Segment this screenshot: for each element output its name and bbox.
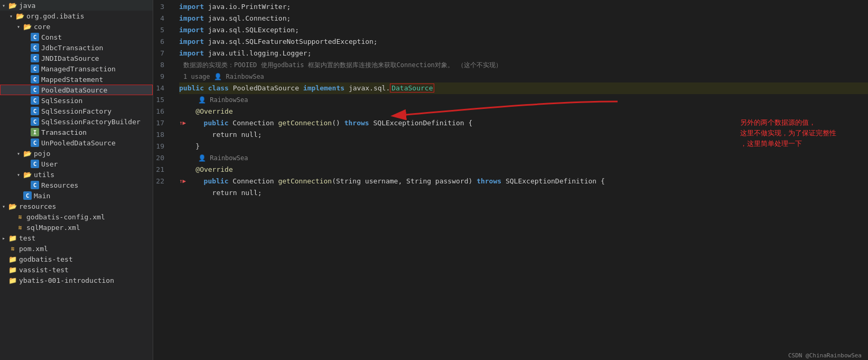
line-numbers: 3456789141516171819202122 (153, 0, 177, 360)
tree-node-icon: C (31, 54, 39, 62)
tree-node-icon: C (31, 160, 39, 168)
sidebar-item-SqlSessionFactoryBuilder[interactable]: CSqlSessionFactoryBuilder (0, 116, 153, 127)
sidebar-item-ManagedTransaction[interactable]: CManagedTransaction (0, 63, 153, 74)
sidebar-item-User[interactable]: CUser (0, 159, 153, 169)
sidebar-item-utils[interactable]: ▾📂utils (0, 169, 153, 180)
sidebar-item-MappedStatement[interactable]: CMappedStatement (0, 74, 153, 85)
tree-node-label: SqlSession (41, 97, 82, 105)
tree-node-label: User (41, 160, 58, 168)
code-line: return null; (179, 129, 868, 141)
sidebar-item-JdbcTransaction[interactable]: CJdbcTransaction (0, 42, 153, 53)
tree-node-icon: 📂 (23, 149, 32, 158)
tree-node-icon: C (31, 43, 39, 52)
code-editor: 3456789141516171819202122 import java.io… (153, 0, 868, 360)
tree-node-label: ybatis-001-introduction (19, 276, 114, 284)
tree-arrow-icon: ▾ (2, 3, 8, 8)
tree-node-icon: 📁 (8, 234, 17, 242)
tree-node-icon: 📁 (8, 276, 17, 284)
sidebar-item-ybatis-001-introduction[interactable]: 📁ybatis-001-introduction (0, 275, 153, 285)
usage-info-line: 1 usage👤RainbowSea (179, 71, 868, 82)
sidebar-item-core[interactable]: ▾📂core (0, 21, 153, 32)
bottom-status-bar: CSDN @ChinaRainbowSea (782, 351, 868, 360)
tree-node-label: org.god.ibatis (26, 12, 85, 20)
red-box-highlight: DataSource (390, 84, 434, 93)
line-number: 19 (153, 141, 171, 152)
tree-node-icon: 📂 (8, 1, 17, 10)
tree-node-label: MappedStatement (41, 76, 103, 84)
bottom-bar-text: CSDN @ChinaRainbowSea (788, 352, 862, 359)
tree-arrow-icon: ▾ (17, 151, 23, 156)
tree-node-icon: 📁 (8, 255, 17, 263)
line-number: 21 (153, 164, 171, 176)
tree-node-label: sqlMapper.xml (26, 224, 80, 232)
code-line: import java.sql.SQLFeatureNotSupportedEx… (179, 36, 868, 48)
tree-node-icon: C (31, 117, 39, 126)
sidebar-item-UnPooledDataSource[interactable]: CUnPooledDataSource (0, 137, 153, 148)
code-line: return null; (179, 187, 868, 199)
usage-count: 1 usage (183, 71, 210, 82)
author-inline-line: 👤 RainbowSea (179, 94, 868, 106)
sidebar-item-sqlMapper.xml[interactable]: ≋sqlMapper.xml (0, 222, 153, 233)
sidebar-item-test[interactable]: ▸📁test (0, 233, 153, 243)
sidebar-item-PooledDataSource[interactable]: CPooledDataSource (0, 85, 153, 95)
tree-node-icon: 📂 (8, 202, 17, 210)
sidebar-item-SqlSessionFactory[interactable]: CSqlSessionFactory (0, 106, 153, 116)
tree-node-label: godbatis-test (19, 255, 73, 263)
tree-node-icon: 📂 (23, 170, 32, 179)
tree-node-label: godbatis-config.xml (26, 213, 105, 221)
sidebar-item-vassist-test[interactable]: 📁vassist-test (0, 264, 153, 275)
line-number: 9 (153, 71, 171, 82)
line-number: 6 (153, 36, 171, 48)
tree-node-label: Main (34, 192, 50, 200)
sidebar-item-Resources[interactable]: CResources (0, 180, 153, 190)
tree-node-icon: C (31, 33, 39, 41)
sidebar-item-pom.xml[interactable]: ≋pom.xml (0, 243, 153, 254)
sidebar-item-pojo[interactable]: ▾📂pojo (0, 148, 153, 159)
gutter-arrow-icon: ↑▶ (179, 176, 186, 187)
tree-node-label: ManagedTransaction (41, 65, 116, 73)
code-line: @Override (179, 106, 868, 117)
line-number: 17 (153, 117, 171, 129)
sidebar-item-godbatis-test[interactable]: 📁godbatis-test (0, 254, 153, 264)
author-inline-line-2: 👤 RainbowSea (179, 152, 868, 164)
sidebar-item-JNDIDataSource[interactable]: CJNDIDataSource (0, 53, 153, 63)
tree-arrow-icon: ▾ (2, 204, 8, 209)
tree-node-icon: C (31, 64, 39, 73)
tree-node-icon: 📂 (23, 22, 32, 31)
tree-node-label: Transaction (41, 128, 87, 136)
tree-node-label: UnPooledDataSource (41, 139, 116, 147)
code-line: } (179, 141, 868, 152)
tree-node-icon: 📂 (16, 12, 24, 20)
tree-node-icon: ≋ (16, 223, 24, 232)
tree-arrow-icon: ▾ (10, 13, 16, 19)
sidebar-item-resources[interactable]: ▾📂resources (0, 201, 153, 211)
code-line: import java.sql.Connection; (179, 13, 868, 24)
file-tree-sidebar[interactable]: ▾📂java▾📂org.god.ibatis▾📂core CConst CJdb… (0, 0, 153, 360)
tree-node-label: core (34, 23, 50, 31)
tree-node-icon: C (31, 107, 39, 115)
line-number: 18 (153, 129, 171, 141)
sidebar-item-java[interactable]: ▾📂java (0, 0, 153, 11)
author-avatar-icon: 👤 (214, 73, 222, 80)
tree-node-icon: C (31, 75, 39, 84)
tree-node-label: JNDIDataSource (41, 54, 99, 62)
code-line: import java.util.logging.Logger; (179, 48, 868, 59)
sidebar-item-Main[interactable]: CMain (0, 190, 153, 201)
sidebar-item-Const[interactable]: CConst (0, 32, 153, 42)
sidebar-item-SqlSession[interactable]: CSqlSession (0, 95, 153, 106)
tree-node-label: PooledDataSource (41, 86, 107, 94)
line-number: 8 (153, 59, 171, 71)
tree-node-label: utils (34, 171, 54, 179)
code-hint-line: 数据源的实现类：POOIED 使用godbatis 框架内置的数据库连接池来获取… (179, 59, 868, 71)
tree-node-icon: C (31, 96, 39, 105)
tree-node-label: SqlSessionFactoryBuilder (41, 118, 141, 126)
sidebar-item-godbatis-config.xml[interactable]: ≋godbatis-config.xml (0, 211, 153, 222)
sidebar-item-Transaction[interactable]: ITransaction (0, 127, 153, 137)
tree-node-icon: ≋ (8, 244, 17, 253)
line-number: 22 (153, 176, 171, 187)
sidebar-item-org.god.ibatis[interactable]: ▾📂org.god.ibatis (0, 11, 153, 21)
code-line: public class PooledDataSource implements… (179, 82, 868, 94)
code-line: import java.sql.SQLException; (179, 24, 868, 36)
line-number: 20 (153, 152, 171, 164)
line-number: 14 (153, 82, 171, 94)
